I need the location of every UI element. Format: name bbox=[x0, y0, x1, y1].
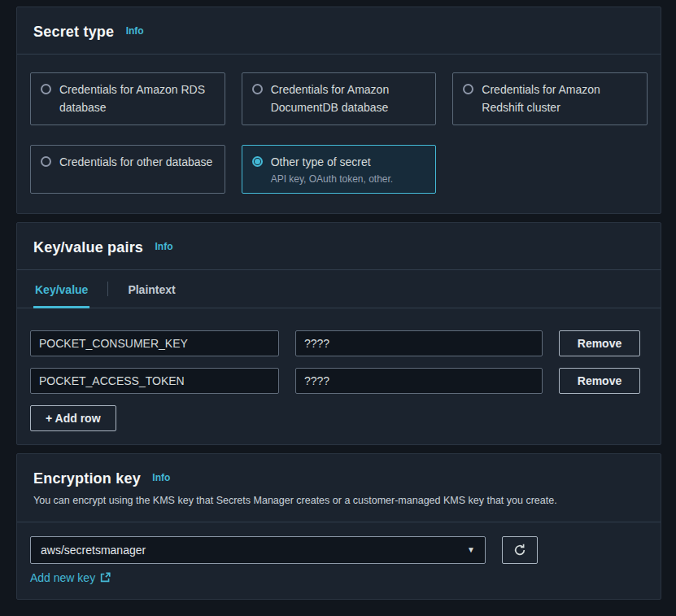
encryption-key-info-link[interactable]: Info bbox=[152, 472, 170, 483]
radio-icon bbox=[41, 156, 51, 167]
key-value-body: Remove Remove + Add row bbox=[17, 308, 661, 444]
option-description: API key, OAuth token, other. bbox=[271, 173, 394, 185]
secret-key-input[interactable] bbox=[30, 368, 279, 394]
refresh-button[interactable] bbox=[502, 536, 538, 564]
add-new-key-link[interactable]: Add new key bbox=[30, 571, 111, 589]
refresh-icon bbox=[513, 544, 526, 557]
encryption-key-header: Encryption key Info You can encrypt usin… bbox=[17, 454, 661, 522]
radio-icon bbox=[463, 84, 473, 94]
encryption-key-title: Encryption key bbox=[33, 470, 141, 487]
option-label: Credentials for other database bbox=[59, 154, 212, 172]
tab-plaintext[interactable]: Plaintext bbox=[126, 270, 177, 308]
key-value-header: Key/value pairs Info bbox=[17, 223, 661, 270]
secret-value-input[interactable] bbox=[295, 330, 543, 356]
secret-value-input[interactable] bbox=[295, 368, 543, 394]
radio-selected-icon bbox=[252, 156, 263, 167]
secret-type-option-redshift[interactable]: Credentials for Amazon Redshift cluster bbox=[452, 72, 648, 125]
tab-key-value[interactable]: Key/value bbox=[33, 270, 89, 308]
remove-row-button[interactable]: Remove bbox=[559, 368, 640, 394]
secret-type-info-link[interactable]: Info bbox=[126, 25, 144, 37]
option-label: Credentials for Amazon RDS database bbox=[59, 81, 215, 116]
option-label: Other type of secret bbox=[271, 155, 371, 168]
key-value-info-link[interactable]: Info bbox=[155, 241, 173, 252]
kms-key-selected-value: aws/secretsmanager bbox=[41, 544, 146, 557]
secret-type-header: Secret type Info bbox=[17, 7, 661, 55]
secret-type-option-documentdb[interactable]: Credentials for Amazon DocumentDB databa… bbox=[242, 72, 437, 125]
kms-key-select[interactable]: aws/secretsmanager ▼ bbox=[30, 536, 486, 564]
external-link-icon bbox=[100, 572, 111, 583]
secret-type-options: Credentials for Amazon RDS database Cred… bbox=[17, 55, 661, 213]
secret-type-title: Secret type bbox=[33, 24, 114, 40]
secret-type-panel: Secret type Info Credentials for Amazon … bbox=[16, 7, 661, 214]
remove-row-button[interactable]: Remove bbox=[559, 330, 640, 356]
encryption-key-body: aws/secretsmanager ▼ Add new key bbox=[17, 522, 661, 599]
key-value-row: Remove bbox=[30, 330, 648, 356]
chevron-down-icon: ▼ bbox=[467, 546, 475, 554]
radio-icon bbox=[252, 84, 263, 94]
key-value-tabs: Key/value Plaintext bbox=[17, 270, 661, 308]
encryption-key-description: You can encrypt using the KMS key that S… bbox=[33, 494, 644, 509]
key-value-title: Key/value pairs bbox=[33, 239, 143, 256]
option-label: Credentials for Amazon DocumentDB databa… bbox=[271, 81, 426, 116]
secret-type-option-other-secret[interactable]: Other type of secret API key, OAuth toke… bbox=[242, 145, 437, 194]
secret-type-option-other-database[interactable]: Credentials for other database bbox=[30, 145, 225, 194]
add-new-key-label: Add new key bbox=[30, 571, 95, 584]
key-value-row: Remove bbox=[30, 368, 648, 394]
store-secret-page: Secret type Info Credentials for Amazon … bbox=[0, 0, 676, 600]
encryption-key-panel: Encryption key Info You can encrypt usin… bbox=[16, 453, 661, 600]
secret-key-input[interactable] bbox=[30, 330, 279, 356]
add-row-button[interactable]: + Add row bbox=[30, 405, 116, 431]
key-value-pairs-panel: Key/value pairs Info Key/value Plaintext… bbox=[16, 222, 661, 445]
radio-icon bbox=[41, 84, 51, 94]
tab-divider bbox=[107, 282, 108, 296]
secret-type-option-rds[interactable]: Credentials for Amazon RDS database bbox=[30, 72, 225, 125]
option-label: Credentials for Amazon Redshift cluster bbox=[482, 81, 637, 116]
